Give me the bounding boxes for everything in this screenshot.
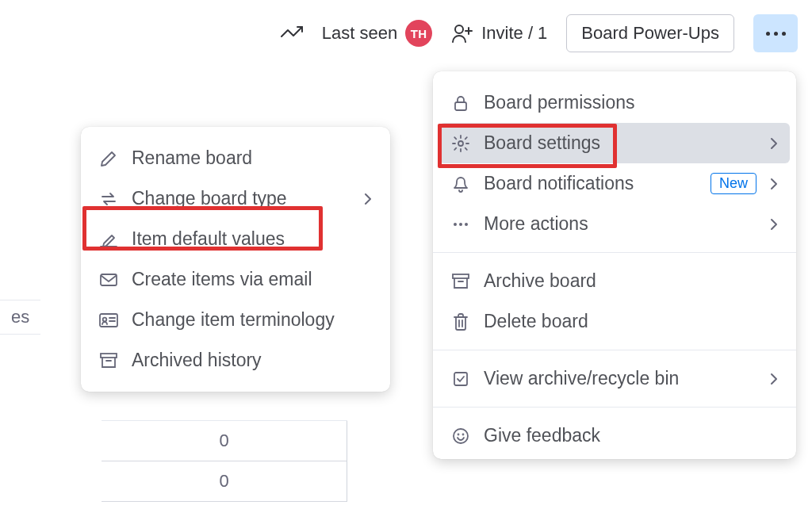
menu-item-board-notifications[interactable]: Board notifications New — [433, 163, 796, 204]
smile-icon — [450, 426, 471, 446]
swap-icon — [98, 189, 119, 209]
trash-icon — [450, 312, 471, 332]
svg-point-12 — [454, 223, 457, 226]
board-more-menu: Board permissions Board settings Board n… — [433, 71, 796, 459]
menu-item-label: Board permissions — [484, 92, 779, 113]
edit-line-icon — [98, 229, 119, 250]
chevron-right-icon — [769, 177, 779, 191]
svg-point-21 — [458, 434, 459, 434]
person-add-icon — [451, 23, 473, 44]
menu-item-create-items-via-email[interactable]: Create items via email — [81, 259, 390, 300]
chevron-right-icon — [769, 136, 779, 151]
svg-rect-3 — [101, 274, 117, 285]
menu-item-change-terminology[interactable]: Change item terminology — [81, 300, 390, 340]
menu-divider — [433, 350, 796, 350]
pencil-icon — [98, 148, 119, 169]
svg-point-0 — [455, 25, 463, 33]
new-badge: New — [710, 173, 756, 194]
menu-item-label: View archive/recycle bin — [484, 368, 756, 389]
menu-divider — [433, 252, 796, 253]
more-horizontal-icon — [766, 32, 786, 36]
svg-point-11 — [458, 141, 463, 146]
menu-item-label: Rename board — [132, 147, 373, 169]
avatar: TH — [405, 20, 432, 47]
recycle-bin-icon — [450, 369, 471, 389]
svg-rect-15 — [453, 274, 469, 278]
menu-item-label: Change item terminology — [132, 309, 373, 331]
board-power-ups-button[interactable]: Board Power-Ups — [566, 14, 734, 52]
archive-icon — [98, 350, 119, 371]
invite-button[interactable]: Invite / 1 — [451, 23, 547, 44]
menu-item-label: Item default values — [132, 228, 373, 250]
menu-item-archive-board[interactable]: Archive board — [433, 261, 796, 301]
table-cell: 0 — [102, 421, 347, 461]
menu-item-view-archive[interactable]: View archive/recycle bin — [433, 358, 796, 399]
invite-label: Invite / 1 — [481, 23, 547, 44]
svg-rect-19 — [454, 373, 467, 385]
svg-point-5 — [103, 317, 107, 321]
board-more-menu-button[interactable] — [753, 14, 798, 52]
background-column-label: es — [0, 300, 40, 335]
menu-divider — [433, 407, 796, 408]
svg-rect-8 — [101, 354, 117, 358]
mail-icon — [98, 270, 119, 290]
chevron-right-icon — [769, 217, 779, 232]
menu-item-board-permissions[interactable]: Board permissions — [433, 82, 796, 123]
background-table-fragment: 0 0 — [102, 420, 347, 502]
gear-icon — [450, 133, 471, 154]
menu-item-label: Create items via email — [132, 269, 373, 290]
menu-item-label: Delete board — [484, 311, 779, 332]
menu-item-label: More actions — [484, 213, 756, 235]
chevron-right-icon — [769, 372, 779, 386]
last-seen-label: Last seen — [322, 23, 397, 44]
svg-point-22 — [463, 434, 464, 434]
svg-point-13 — [459, 223, 462, 226]
menu-item-delete-board[interactable]: Delete board — [433, 301, 796, 342]
svg-rect-10 — [455, 102, 466, 110]
menu-item-label: Change board type — [132, 188, 350, 209]
menu-item-change-board-type[interactable]: Change board type — [81, 178, 390, 219]
menu-item-rename-board[interactable]: Rename board — [81, 138, 390, 178]
menu-item-label: Archived history — [132, 350, 373, 371]
menu-item-more-actions[interactable]: More actions — [433, 204, 796, 244]
menu-item-give-feedback[interactable]: Give feedback — [433, 415, 796, 448]
menu-item-item-default-values[interactable]: Item default values — [81, 219, 390, 259]
menu-item-label: Board notifications — [484, 173, 695, 194]
id-card-icon — [98, 310, 119, 331]
lock-icon — [450, 93, 471, 113]
menu-item-board-settings[interactable]: Board settings — [439, 123, 790, 163]
board-settings-submenu: Rename board Change board type Item defa… — [81, 127, 390, 392]
more-horizontal-icon — [450, 214, 471, 235]
chevron-right-icon — [363, 192, 373, 206]
last-seen[interactable]: Last seen TH — [322, 20, 432, 47]
svg-point-20 — [454, 429, 468, 443]
archive-icon — [450, 271, 471, 292]
svg-point-14 — [465, 223, 468, 226]
board-header-toolbar: Last seen TH Invite / 1 Board Power-Ups — [281, 14, 798, 52]
menu-item-archived-history[interactable]: Archived history — [81, 340, 390, 381]
activity-icon[interactable] — [281, 25, 303, 41]
bell-icon — [450, 174, 471, 194]
menu-item-label: Archive board — [484, 270, 779, 292]
menu-item-label: Give feedback — [484, 425, 779, 446]
table-cell: 0 — [102, 461, 347, 502]
menu-item-label: Board settings — [484, 132, 756, 154]
